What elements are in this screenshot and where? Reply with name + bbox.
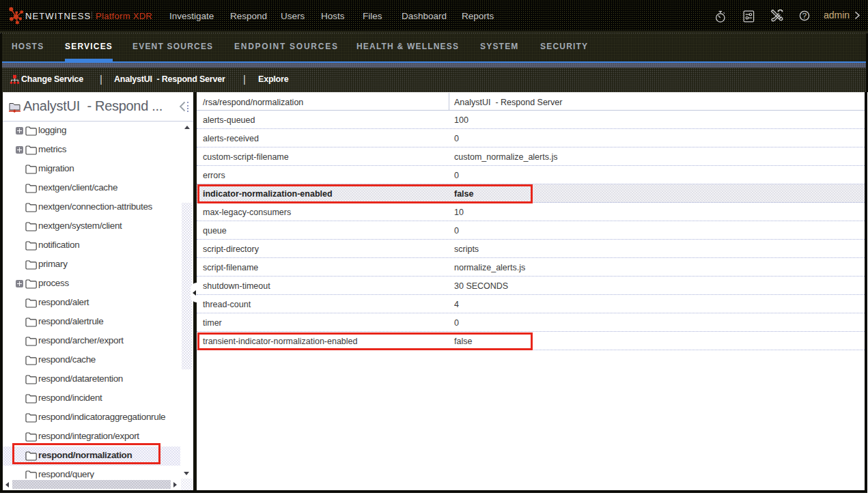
svg-text:?: ? [802, 12, 807, 20]
